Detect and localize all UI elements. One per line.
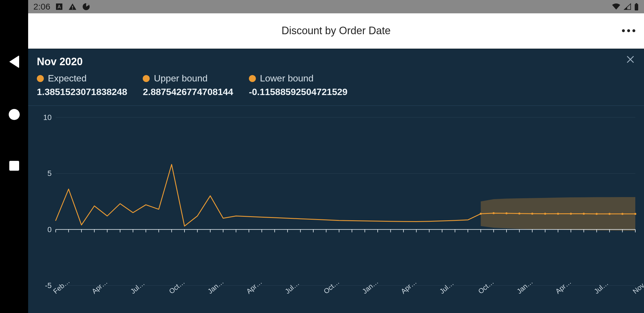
svg-rect-3 — [72, 6, 73, 8]
svg-text:Nov…: Nov… — [631, 277, 644, 295]
svg-rect-9 — [636, 3, 637, 4]
home-icon[interactable] — [9, 109, 20, 120]
battery-icon — [634, 3, 639, 10]
svg-text:Apr…: Apr… — [554, 278, 572, 295]
svg-point-69 — [506, 212, 508, 214]
metric-value: 2.8875426774708144 — [143, 87, 233, 97]
svg-rect-4 — [72, 8, 73, 9]
line-chart: -50510Feb…Apr…Jul…Oct…Jan…Apr…Jul…Oct…Ja… — [28, 106, 644, 313]
metric-value: 1.3851523071838248 — [37, 87, 127, 97]
svg-text:Jul…: Jul… — [283, 279, 301, 295]
svg-text:5: 5 — [48, 169, 52, 178]
svg-point-68 — [493, 212, 495, 214]
svg-point-71 — [531, 213, 533, 215]
recent-icon[interactable] — [9, 161, 19, 171]
metric-upper: Upper bound 2.8875426774708144 — [143, 73, 233, 97]
svg-point-72 — [544, 213, 546, 215]
svg-text:Jan…: Jan… — [361, 278, 379, 295]
svg-point-75 — [583, 213, 585, 215]
signal-icon — [624, 3, 631, 10]
tooltip-panel: Nov 2020 Expected 1.3851523071838248 Upp… — [28, 49, 644, 106]
status-time: 2:06 — [33, 2, 50, 12]
more-icon — [627, 29, 630, 32]
svg-text:Jul…: Jul… — [593, 279, 610, 295]
svg-text:Apr…: Apr… — [399, 278, 418, 295]
back-icon[interactable] — [9, 55, 19, 68]
svg-rect-8 — [635, 4, 638, 10]
metric-lower: Lower bound -0.11588592504721529 — [249, 73, 348, 97]
svg-marker-7 — [624, 7, 627, 10]
chart-panel: Nov 2020 Expected 1.3851523071838248 Upp… — [28, 49, 644, 313]
svg-text:Jul…: Jul… — [438, 279, 455, 295]
warning-icon — [68, 3, 77, 10]
svg-text:Apr…: Apr… — [90, 278, 109, 295]
svg-point-67 — [480, 213, 482, 215]
metric-label: Expected — [48, 73, 86, 84]
svg-text:10: 10 — [43, 113, 52, 122]
more-options-button[interactable] — [622, 29, 635, 32]
swatch-icon — [143, 75, 150, 82]
svg-text:A: A — [58, 4, 61, 9]
swatch-icon — [37, 75, 44, 82]
svg-point-73 — [557, 213, 559, 215]
svg-text:Apr…: Apr… — [245, 278, 263, 295]
android-nav-rail — [0, 0, 28, 313]
more-icon — [632, 29, 635, 32]
svg-point-77 — [609, 213, 611, 215]
app-main: 2:06 A Discount by Order Date — [28, 0, 644, 313]
svg-point-70 — [518, 212, 520, 214]
tooltip-values: Expected 1.3851523071838248 Upper bound … — [37, 73, 635, 97]
svg-text:Oct…: Oct… — [167, 278, 186, 295]
svg-text:0: 0 — [48, 225, 52, 234]
svg-text:Jan…: Jan… — [515, 278, 534, 295]
svg-point-74 — [570, 213, 572, 215]
close-button[interactable] — [625, 54, 635, 64]
svg-text:Oct…: Oct… — [477, 278, 495, 295]
chart-plot-area[interactable]: -50510Feb…Apr…Jul…Oct…Jan…Apr…Jul…Oct…Ja… — [28, 106, 644, 313]
svg-text:Feb…: Feb… — [52, 277, 71, 295]
wifi-icon — [612, 3, 621, 10]
close-icon — [625, 54, 635, 64]
swatch-icon — [249, 75, 256, 82]
metric-value: -0.11588592504721529 — [249, 87, 348, 97]
more-icon — [622, 29, 625, 32]
chart-title: Discount by Order Date — [281, 25, 390, 37]
svg-text:-5: -5 — [45, 281, 52, 290]
svg-point-79 — [634, 213, 636, 215]
status-bar: 2:06 A — [28, 0, 644, 13]
svg-text:Jan…: Jan… — [206, 278, 225, 295]
title-bar: Discount by Order Date — [28, 13, 644, 49]
text-a-icon: A — [55, 3, 63, 10]
pie-icon — [82, 3, 90, 11]
svg-point-78 — [621, 213, 623, 215]
svg-text:Oct…: Oct… — [322, 278, 341, 295]
metric-expected: Expected 1.3851523071838248 — [37, 73, 127, 97]
metric-label: Lower bound — [260, 73, 314, 84]
selected-date: Nov 2020 — [37, 56, 635, 68]
svg-text:Jul…: Jul… — [129, 279, 146, 295]
metric-label: Upper bound — [154, 73, 207, 84]
svg-point-76 — [596, 213, 598, 215]
